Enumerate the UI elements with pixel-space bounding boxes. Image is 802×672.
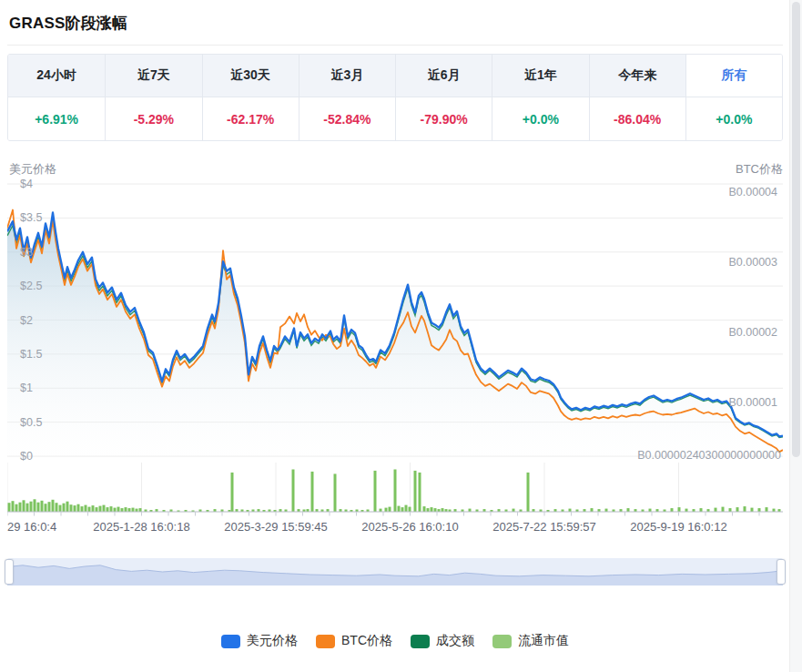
page-content: GRASS阶段涨幅 24小时近7天近30天近3月近6月近1年今年来所有+6.91… [7,0,783,649]
legend-swatch-icon [492,635,512,648]
right-axis-title: BTC价格 [736,161,783,177]
period-tab-1[interactable]: 近7天 [105,55,201,97]
svg-text:$0.5: $0.5 [20,416,42,429]
navigator-right-handle[interactable] [777,559,786,585]
legend-label: 成交额 [436,633,474,649]
svg-text:B0.00004: B0.00004 [728,186,777,199]
period-tab-2[interactable]: 近30天 [202,55,299,97]
volume-plot[interactable] [7,463,783,519]
period-change-table: 24小时近7天近30天近3月近6月近1年今年来所有+6.91%-5.29%-62… [7,54,783,141]
price-chart-plot[interactable]: $4$3.5$3$2.5$2$1.5$1$0.5$0B0.00004B0.000… [7,177,783,463]
svg-text:$3.5: $3.5 [20,211,42,224]
period-tab-4[interactable]: 近6月 [395,55,492,97]
navigator-area[interactable] [7,558,783,585]
chart-legend: 美元价格BTC价格成交额流通市值 [7,633,783,649]
svg-text:B0.00003: B0.00003 [728,256,777,269]
x-axis-minor-ticks [7,512,759,516]
x-axis-labels: 29 16:0:42025-1-28 16:0:182025-3-29 15:5… [7,520,783,535]
legend-label: BTC价格 [341,633,392,649]
legend-item-1[interactable]: BTC价格 [316,633,392,649]
legend-item-2[interactable]: 成交额 [411,633,474,649]
period-tab-3[interactable]: 近3月 [299,55,395,97]
legend-label: 美元价格 [247,633,298,649]
page-header: GRASS阶段涨幅 [7,0,783,46]
period-value-0: +6.91% [8,97,105,140]
legend-swatch-icon [411,635,430,648]
x-tick-label-1: 2025-1-28 16:0:18 [93,520,189,534]
vertical-scrollbar[interactable] [789,0,802,672]
volume-bars [8,470,781,513]
legend-item-3[interactable]: 流通市值 [492,633,569,649]
svg-text:$1: $1 [20,382,33,394]
period-value-6: -86.04% [589,97,685,140]
period-tab-6[interactable]: 今年来 [589,55,685,97]
svg-text:$0: $0 [20,450,33,463]
svg-text:$2.5: $2.5 [20,280,42,292]
navigator-left-handle[interactable] [5,559,14,585]
svg-text:B0.00001: B0.00001 [728,396,777,409]
period-value-3: -52.84% [299,97,395,140]
range-navigator[interactable] [7,558,783,585]
period-tab-7[interactable]: 所有 [685,55,782,97]
period-value-1: -5.29% [105,97,201,140]
svg-text:$3: $3 [20,246,33,259]
left-axis-title: 美元价格 [7,161,56,177]
axis-titles-row: 美元价格 BTC价格 [7,161,783,177]
legend-item-0[interactable]: 美元价格 [221,633,298,649]
x-tick-label-2: 2025-3-29 15:59:45 [224,520,327,534]
period-value-2: -62.17% [202,97,299,140]
period-value-5: +0.0% [492,97,588,140]
page-title: GRASS阶段涨幅 [9,13,783,34]
scrollbar-thumb[interactable] [792,2,800,457]
legend-label: 流通市值 [518,633,569,649]
legend-swatch-icon [316,635,335,648]
svg-text:$2: $2 [20,314,33,327]
x-tick-label-3: 2025-5-26 16:0:10 [361,520,458,534]
x-tick-label-0: 29 16:0:4 [7,520,56,534]
period-value-4: -79.90% [395,97,492,140]
x-tick-label-5: 2025-9-19 16:0:12 [630,520,726,534]
svg-text:B0.00000240300000000000: B0.00000240300000000000 [637,449,781,462]
x-tick-label-4: 2025-7-22 15:59:57 [492,520,595,534]
svg-text:$1.5: $1.5 [20,348,42,361]
period-value-7: +0.0% [685,97,782,140]
svg-text:B0.00002: B0.00002 [728,326,777,339]
period-tab-5[interactable]: 近1年 [492,55,588,97]
period-tab-0[interactable]: 24小时 [8,55,105,97]
svg-text:$4: $4 [20,178,33,190]
x-grid-lines [7,463,679,512]
legend-swatch-icon [221,635,240,648]
